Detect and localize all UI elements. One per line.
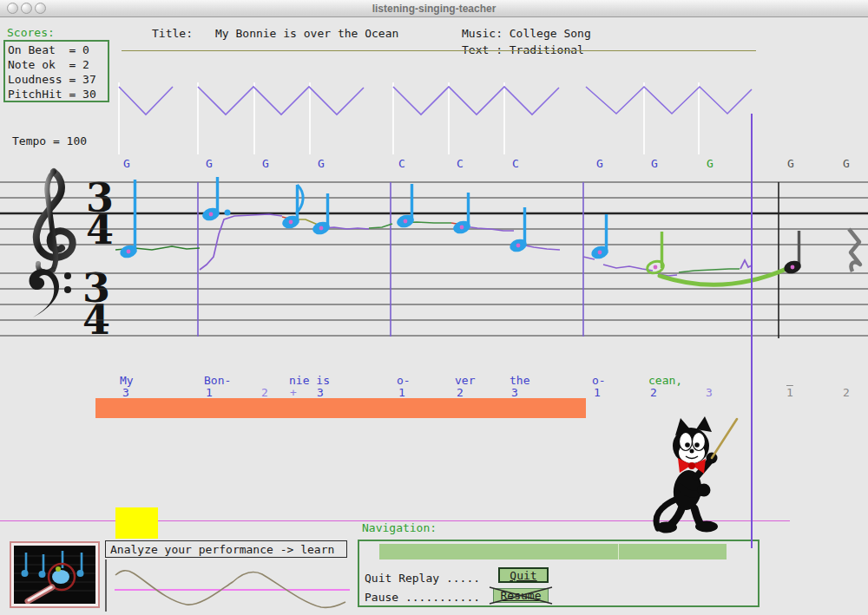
music-note-quarter: [118, 180, 138, 260]
lyric-syllable: o-: [592, 374, 606, 387]
lyric-syllable: My: [120, 374, 134, 387]
quit-button[interactable]: Quit: [498, 567, 549, 583]
beat-number: 3: [122, 386, 129, 399]
music-note-quarter: [782, 231, 802, 276]
music-note-eighth: [280, 185, 303, 231]
beat-number: 1: [594, 386, 601, 399]
pitch-trace: [583, 257, 595, 259]
lyric-syllable: the: [510, 374, 529, 387]
music-note-quarter: [201, 177, 230, 223]
pitch-zigzag: [119, 87, 173, 114]
app-window: listening-singing-teacher Scores: On Bea…: [0, 0, 868, 615]
pitch-trace: [369, 224, 392, 228]
loudness-meter-block: [115, 507, 158, 539]
beat-number: 1: [786, 386, 793, 399]
analyze-thumbnail[interactable]: [10, 541, 100, 608]
lyric-syllable: o-: [397, 374, 411, 387]
beat-number: 3: [317, 386, 324, 399]
barlines: [198, 182, 779, 338]
pitch-zigzag: [198, 87, 364, 114]
beat-number: 1: [206, 386, 213, 399]
lyric-syllable: nie is: [289, 374, 330, 387]
beat-number: 3: [706, 386, 713, 399]
chord-label: G: [843, 157, 850, 170]
music-note-quarter: [589, 214, 609, 261]
chord-label: G: [787, 157, 794, 170]
chord-label: G: [707, 157, 713, 170]
chord-label: G: [596, 157, 603, 170]
beat-number: +: [290, 386, 297, 399]
chord-label: C: [398, 157, 405, 170]
playback-cursor: [751, 114, 753, 548]
chord-label: G: [651, 157, 658, 170]
pitch-trace: [200, 214, 282, 270]
quarter-rest-icon: [849, 229, 860, 272]
conductor-baton-icon: [712, 419, 737, 458]
magnifier-over-notes-icon: [14, 546, 95, 604]
resume-button[interactable]: Resume: [493, 588, 549, 603]
pitch-trace: [679, 269, 740, 272]
treble-staff: [0, 182, 868, 245]
pause-label: Pause ...........: [365, 591, 480, 604]
lyric-syllable: Bon-: [204, 374, 231, 387]
music-note-half: [646, 232, 665, 275]
navigation-progress-marker: [618, 544, 619, 559]
chord-label: C: [512, 157, 519, 170]
beat-number: 2: [843, 386, 850, 399]
quit-replay-label: Quit Replay .....: [365, 572, 480, 585]
chord-label: C: [457, 157, 464, 170]
treble-clef-icon: [36, 172, 73, 272]
music-note-quarter: [311, 193, 331, 237]
chord-label: G: [318, 157, 325, 170]
navigation-heading: Navigation:: [362, 521, 437, 534]
pitch-zigzag: [586, 87, 752, 114]
pitch-trace: [521, 245, 560, 250]
pitch-trace: [603, 265, 653, 271]
felix-cat-conductor: [648, 413, 747, 539]
beat-number: 3: [511, 386, 518, 399]
beat-number: 2: [261, 386, 268, 399]
lyric-syllable: cean,: [648, 374, 682, 387]
beat-number: 2: [457, 386, 464, 399]
navigation-progress-bar[interactable]: [379, 544, 727, 559]
chord-label: G: [262, 157, 269, 170]
analyze-performance-button[interactable]: Analyze your performance -> learn: [105, 540, 347, 558]
slur-curve: [660, 269, 786, 285]
bass-clef-icon: [30, 269, 71, 317]
beat-number: 2: [650, 386, 657, 399]
chord-label: G: [123, 157, 130, 170]
music-note-quarter: [395, 184, 415, 230]
chord-label: G: [206, 157, 213, 170]
recorded-waveform: [104, 558, 356, 613]
pitch-zigzag: [393, 87, 559, 114]
beat-number: 1: [398, 386, 405, 399]
lyric-syllable: ver: [455, 374, 475, 387]
